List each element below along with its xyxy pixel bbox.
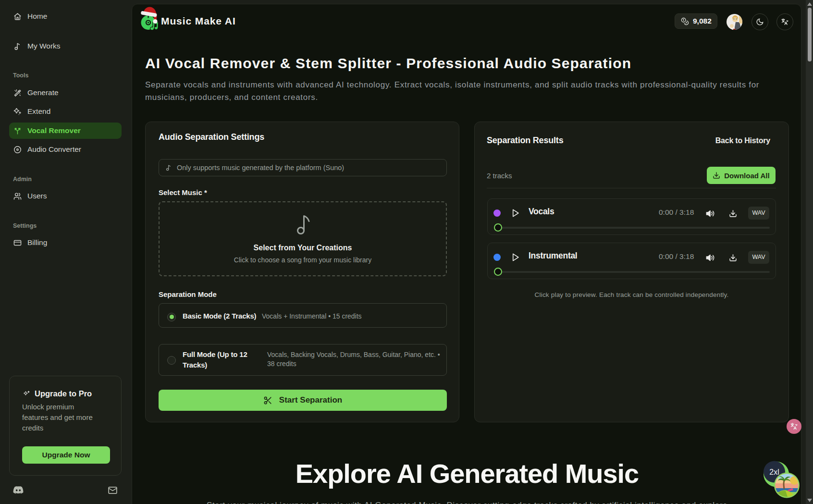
svg-text:2xl: 2xl	[769, 468, 779, 476]
